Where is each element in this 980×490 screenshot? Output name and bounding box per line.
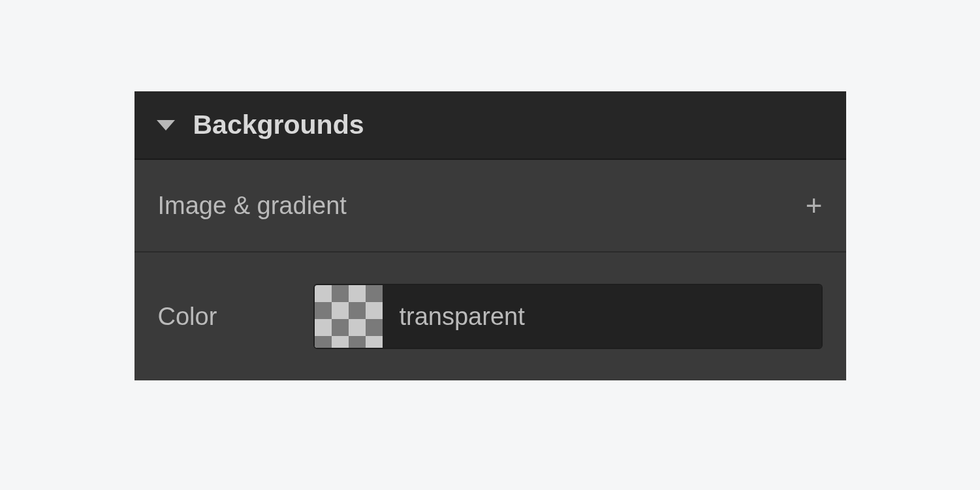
- color-input-group: transparent: [313, 284, 823, 349]
- color-value-input[interactable]: transparent: [383, 285, 821, 348]
- image-gradient-label: Image & gradient: [158, 192, 347, 220]
- section-header[interactable]: Backgrounds: [134, 91, 846, 160]
- image-gradient-row: Image & gradient +: [134, 160, 846, 253]
- collapse-triangle-icon[interactable]: [157, 120, 175, 130]
- color-swatch-button[interactable]: [315, 285, 383, 348]
- backgrounds-panel: Backgrounds Image & gradient + Color tra…: [134, 91, 846, 380]
- color-row: Color transparent: [134, 253, 846, 380]
- add-image-gradient-icon[interactable]: +: [806, 191, 823, 220]
- section-title: Backgrounds: [193, 110, 364, 140]
- color-label: Color: [158, 303, 313, 331]
